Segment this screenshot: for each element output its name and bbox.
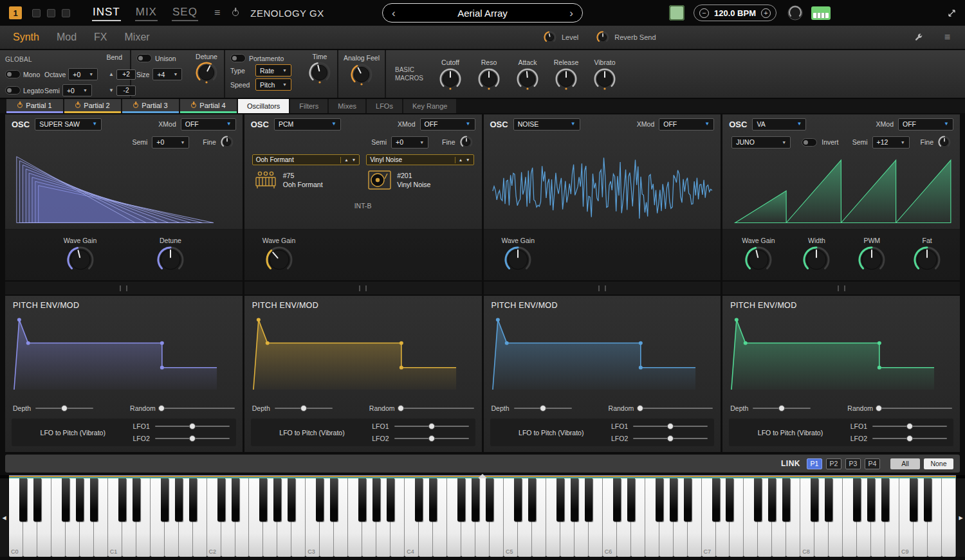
black-key[interactable] bbox=[429, 478, 437, 521]
osc2-wave-gain-knob[interactable] bbox=[266, 246, 293, 273]
unison-size-stepper[interactable]: +4▼ bbox=[152, 68, 182, 80]
osc2-semi-stepper[interactable]: +0▼ bbox=[391, 136, 428, 149]
black-key[interactable] bbox=[372, 478, 380, 521]
osc1-fine-knob[interactable] bbox=[221, 136, 234, 149]
black-key[interactable] bbox=[19, 478, 27, 521]
osc2-fine-knob[interactable] bbox=[460, 136, 473, 149]
depth-slider[interactable] bbox=[275, 404, 333, 412]
osc1-semi-stepper[interactable]: +0▼ bbox=[152, 136, 189, 149]
black-key[interactable] bbox=[330, 478, 338, 521]
osc4-width-knob[interactable] bbox=[803, 246, 830, 273]
black-key[interactable] bbox=[712, 478, 720, 521]
portamento-speed-dropdown[interactable]: Pitch▼ bbox=[255, 78, 291, 91]
depth-slider[interactable] bbox=[514, 404, 572, 412]
lfo2-slider[interactable] bbox=[872, 435, 947, 442]
black-key[interactable] bbox=[585, 478, 593, 521]
black-key[interactable] bbox=[867, 478, 875, 521]
tab-key-range[interactable]: Key Range bbox=[403, 99, 456, 113]
osc4-xmod-dropdown[interactable]: OFF▼ bbox=[898, 118, 953, 131]
portamento-type-dropdown[interactable]: Rate▼ bbox=[255, 64, 291, 77]
tab-fx[interactable]: FX bbox=[94, 32, 107, 43]
random-slider[interactable] bbox=[638, 404, 713, 412]
attack-knob[interactable] bbox=[517, 68, 538, 90]
slot-down-icon[interactable]: ▼ bbox=[352, 158, 356, 162]
black-key[interactable] bbox=[656, 478, 663, 521]
black-key[interactable] bbox=[881, 478, 889, 521]
lfo1-slider[interactable] bbox=[633, 422, 708, 430]
tab-lfos[interactable]: LFOs bbox=[367, 99, 402, 113]
white-key[interactable] bbox=[942, 478, 956, 557]
black-key[interactable] bbox=[316, 478, 324, 521]
link-none-button[interactable]: None bbox=[924, 458, 953, 469]
black-key[interactable] bbox=[684, 478, 692, 521]
tab-partial-1[interactable]: Partial 1 bbox=[6, 99, 63, 113]
patch-selector[interactable]: ‹ Aerial Array › bbox=[382, 3, 583, 23]
pitch-env-graph[interactable] bbox=[244, 311, 482, 402]
pcm-slot-b-selector[interactable]: Vinyl Noise ▲▼ bbox=[366, 154, 473, 165]
black-key[interactable] bbox=[457, 478, 465, 521]
keyboard-scroll-left[interactable]: ◀ bbox=[0, 478, 8, 557]
black-key[interactable] bbox=[217, 478, 225, 521]
link-p3-button[interactable]: P3 bbox=[845, 458, 861, 469]
osc4-fat-knob[interactable] bbox=[914, 246, 941, 273]
black-key[interactable] bbox=[62, 478, 69, 521]
next-patch-button[interactable]: › bbox=[569, 8, 573, 19]
memory-slot-button[interactable] bbox=[47, 9, 55, 17]
link-all-button[interactable]: All bbox=[890, 458, 920, 469]
tab-partial-3[interactable]: Partial 3 bbox=[122, 99, 179, 113]
black-key[interactable] bbox=[76, 478, 84, 521]
link-p1-button[interactable]: P1 bbox=[807, 458, 822, 469]
osc4-wave-gain-knob[interactable] bbox=[745, 246, 772, 273]
black-key[interactable] bbox=[486, 478, 493, 521]
power-icon[interactable] bbox=[232, 10, 239, 16]
random-slider[interactable] bbox=[400, 404, 474, 412]
black-key[interactable] bbox=[472, 478, 479, 521]
bpm-decrease-button[interactable]: − bbox=[699, 8, 709, 18]
lfo2-slider[interactable] bbox=[155, 435, 230, 442]
osc3-wave-gain-knob[interactable] bbox=[504, 246, 531, 273]
osc4-pwm-knob[interactable] bbox=[858, 246, 885, 273]
black-key[interactable] bbox=[627, 478, 635, 521]
lfo1-slider[interactable] bbox=[394, 422, 469, 430]
pitch-env-graph[interactable] bbox=[484, 311, 721, 402]
black-key[interactable] bbox=[288, 478, 295, 521]
osc3-xmod-dropdown[interactable]: OFF▼ bbox=[659, 118, 714, 131]
tab-synth[interactable]: Synth bbox=[13, 32, 39, 43]
osc1-detune-knob[interactable] bbox=[157, 246, 184, 273]
slot-up-icon[interactable]: ▲ bbox=[344, 158, 348, 162]
increment-icon[interactable]: ▲ bbox=[109, 71, 114, 77]
osc3-type-dropdown[interactable]: NOISE▼ bbox=[513, 118, 580, 131]
piano-icon[interactable] bbox=[811, 6, 831, 20]
black-key[interactable] bbox=[90, 478, 98, 521]
bpm-value[interactable]: 120.0 BPM bbox=[714, 8, 756, 18]
black-key[interactable] bbox=[853, 478, 861, 521]
power-icon[interactable] bbox=[133, 103, 138, 108]
lfo1-slider[interactable] bbox=[155, 422, 230, 430]
black-key[interactable] bbox=[924, 478, 932, 521]
black-key[interactable] bbox=[358, 478, 366, 521]
lfo1-slider[interactable] bbox=[872, 422, 947, 430]
decrement-icon[interactable]: ▼ bbox=[109, 87, 114, 93]
wrench-icon[interactable] bbox=[914, 33, 923, 42]
black-key[interactable] bbox=[175, 478, 183, 521]
black-key[interactable] bbox=[613, 478, 621, 521]
black-key[interactable] bbox=[259, 478, 267, 521]
prev-patch-button[interactable]: ‹ bbox=[392, 8, 396, 19]
pitch-env-graph[interactable] bbox=[722, 311, 960, 402]
osc1-xmod-dropdown[interactable]: OFF▼ bbox=[181, 118, 236, 131]
menu-icon[interactable]: ≡ bbox=[214, 7, 220, 19]
cutoff-knob[interactable] bbox=[439, 68, 461, 90]
black-key[interactable] bbox=[768, 478, 776, 521]
depth-slider[interactable] bbox=[35, 404, 93, 412]
lfo2-slider[interactable] bbox=[394, 435, 469, 442]
black-key[interactable] bbox=[161, 478, 169, 521]
black-key[interactable] bbox=[726, 478, 733, 521]
reverb-send-knob[interactable] bbox=[596, 31, 609, 44]
power-icon[interactable] bbox=[191, 103, 196, 108]
pcm-slot-a-selector[interactable]: Ooh Formant ▲▼ bbox=[252, 154, 360, 165]
unison-toggle[interactable] bbox=[136, 54, 152, 62]
black-key[interactable] bbox=[118, 478, 126, 521]
memory-slot-button[interactable] bbox=[62, 9, 70, 17]
osc1-wave-gain-knob[interactable] bbox=[67, 246, 94, 273]
portamento-toggle[interactable] bbox=[230, 54, 246, 62]
